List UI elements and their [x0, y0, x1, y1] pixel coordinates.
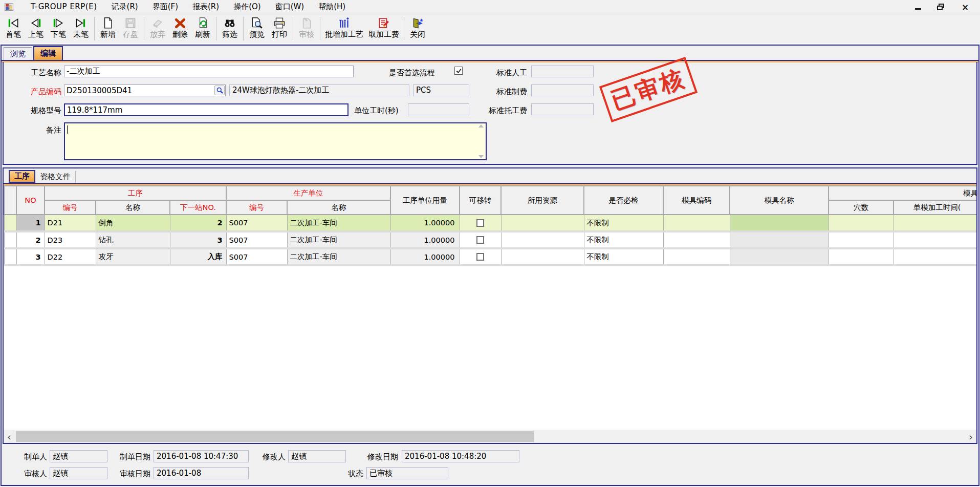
new-button[interactable]: 新增 — [97, 16, 119, 39]
cell-mold-name[interactable] — [730, 231, 829, 248]
print-button[interactable]: 打印 — [268, 16, 291, 39]
next-record-button[interactable]: 下笔 — [47, 16, 70, 39]
row-indicator-cell[interactable] — [4, 248, 16, 265]
cell-process-code[interactable]: D22 — [45, 248, 96, 265]
status-field: 已审核 — [366, 467, 448, 479]
cell-unit-name[interactable]: 二次加工-车间 — [287, 215, 390, 231]
fetch-fee-button[interactable]: 取加工费 — [366, 16, 402, 39]
process-grid: NO 工序 生产单位 工序单位用量 可移转 所用资源 是否必检 模具编码 模具名… — [4, 185, 976, 266]
cell-unit-name[interactable]: 二次加工-车间 — [287, 231, 390, 248]
grid-row-2: 2 D23 钻孔 3 S007 二次加工-车间 1.00000 不限制 — [4, 231, 976, 248]
grid-header-must-check: 是否必检 — [584, 186, 663, 215]
product-lookup-button[interactable] — [214, 86, 225, 95]
cell-cavity[interactable] — [829, 231, 894, 248]
cell-mold-name[interactable] — [730, 248, 829, 265]
minimize-icon[interactable] — [911, 2, 925, 12]
cell-process-code[interactable]: D21 — [45, 215, 96, 231]
scroll-down-icon[interactable] — [478, 155, 484, 158]
cell-mold-name[interactable] — [730, 215, 829, 231]
cell-mold-code[interactable] — [663, 215, 730, 231]
close-window-label: 关闭 — [410, 30, 425, 39]
menu-item-window[interactable]: 窗口(W) — [268, 0, 312, 14]
menu-item-interface[interactable]: 界面(F) — [145, 0, 185, 14]
movable-checkbox[interactable] — [476, 253, 484, 261]
cell-unit-code[interactable]: S007 — [226, 231, 287, 248]
cell-movable[interactable] — [460, 231, 501, 248]
cell-process-name[interactable]: 倒角 — [96, 215, 170, 231]
cell-next-no[interactable]: 3 — [170, 231, 226, 248]
grid-header-movable: 可移转 — [460, 186, 501, 215]
grid-header-qty: 工序单位用量 — [390, 186, 460, 215]
cell-movable[interactable] — [460, 215, 501, 231]
cell-next-no[interactable]: 入库 — [170, 248, 226, 265]
cell-mold-code[interactable] — [663, 231, 730, 248]
refresh-button[interactable]: 刷新 — [191, 16, 214, 39]
first-record-button[interactable]: 首笔 — [2, 16, 25, 39]
menu-item-report[interactable]: 报表(R) — [185, 0, 226, 14]
grid-header-indicator — [4, 186, 16, 215]
scroll-right-icon[interactable]: › — [965, 430, 976, 443]
preview-button[interactable]: 预览 — [246, 16, 268, 39]
discard-button[interactable]: 放弃 — [146, 16, 169, 39]
cell-must-check[interactable]: 不限制 — [584, 231, 663, 248]
preferred-flow-checkbox[interactable] — [454, 67, 463, 75]
movable-checkbox[interactable] — [476, 219, 484, 227]
delete-button[interactable]: 删除 — [169, 16, 191, 39]
close-icon[interactable]: × — [959, 2, 972, 12]
filter-button[interactable]: 筛选 — [219, 16, 241, 39]
cell-movable[interactable] — [460, 248, 501, 265]
auditor-label: 审核人 — [15, 468, 47, 480]
scrollbar-thumb[interactable] — [16, 431, 534, 442]
menu-item-app[interactable]: T-GROUP ERP(E) — [24, 0, 104, 14]
cell-qty[interactable]: 1.00000 — [390, 215, 460, 231]
cell-qty[interactable]: 1.00000 — [390, 231, 460, 248]
cell-must-check[interactable]: 不限制 — [584, 215, 663, 231]
cell-resource[interactable] — [501, 231, 584, 248]
cell-mold-time[interactable] — [894, 215, 976, 231]
cell-mold-time[interactable] — [894, 231, 976, 248]
movable-checkbox[interactable] — [476, 236, 484, 244]
cell-process-code[interactable]: D23 — [45, 231, 96, 248]
batch-add-process-button[interactable]: 批增加工艺 — [322, 16, 366, 39]
audit-button[interactable]: 审核 — [295, 16, 318, 39]
cell-no[interactable]: 1 — [16, 215, 45, 231]
process-name-input[interactable] — [64, 66, 354, 77]
save-button[interactable]: 存盘 — [119, 16, 142, 39]
cell-must-check[interactable]: 不限制 — [584, 248, 663, 265]
menu-item-help[interactable]: 帮助(H) — [311, 0, 353, 14]
cell-process-name[interactable]: 攻牙 — [96, 248, 170, 265]
scroll-up-icon[interactable] — [478, 124, 484, 128]
cell-unit-code[interactable]: S007 — [226, 248, 287, 265]
row-indicator-cell[interactable] — [4, 215, 16, 231]
cell-unit-name[interactable]: 二次加工-车间 — [287, 248, 390, 265]
row-indicator-cell[interactable] — [4, 231, 16, 248]
cell-mold-code[interactable] — [663, 248, 730, 265]
cell-resource[interactable] — [501, 248, 584, 265]
last-record-button[interactable]: 末笔 — [70, 16, 92, 39]
tab-edit[interactable]: 编辑 — [33, 46, 63, 60]
cell-process-name[interactable]: 钻孔 — [96, 231, 170, 248]
cell-cavity[interactable] — [829, 215, 894, 231]
close-window-button[interactable]: 关闭 — [406, 16, 429, 39]
cell-unit-code[interactable]: S007 — [226, 215, 287, 231]
restore-icon[interactable] — [935, 2, 948, 12]
horizontal-scrollbar[interactable]: ‹ › — [4, 430, 976, 443]
prev-record-button[interactable]: 上笔 — [25, 16, 47, 39]
product-code-input[interactable] — [64, 84, 226, 96]
cell-next-no[interactable]: 2 — [170, 215, 226, 231]
cell-no[interactable]: 3 — [16, 248, 45, 265]
cell-cavity[interactable] — [829, 248, 894, 265]
menu-item-operation[interactable]: 操作(O) — [226, 0, 268, 14]
menu-item-record[interactable]: 记录(R) — [104, 0, 145, 14]
scroll-left-icon[interactable]: ‹ — [4, 430, 15, 443]
subtab-process[interactable]: 工序 — [9, 170, 35, 183]
subtab-qualification[interactable]: 资格文件 — [35, 171, 76, 183]
spec-input[interactable] — [64, 103, 349, 116]
cell-mold-time[interactable] — [894, 248, 976, 265]
tab-browse[interactable]: 浏览 — [4, 47, 32, 60]
cell-no[interactable]: 2 — [16, 231, 45, 248]
remark-textarea[interactable] — [64, 122, 487, 160]
cell-qty[interactable]: 1.00000 — [390, 248, 460, 265]
cell-resource[interactable] — [501, 215, 584, 231]
grid-header-mold-name: 模具名称 — [730, 186, 829, 215]
